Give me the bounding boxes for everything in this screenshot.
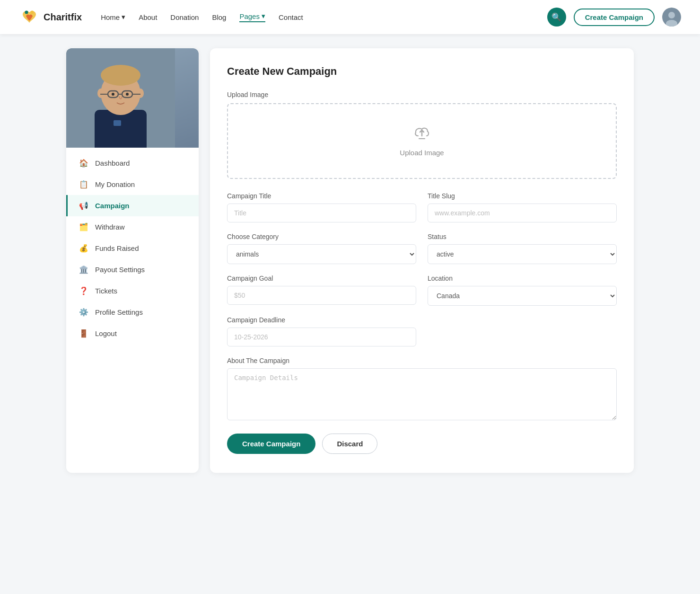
brand-logo-link[interactable]: Charitfix bbox=[19, 7, 82, 27]
campaign-icon: 📢 bbox=[79, 201, 88, 210]
campaign-goal-group: Campaign Goal bbox=[227, 275, 416, 306]
category-group: Choose Category animals health education… bbox=[227, 233, 416, 264]
deadline-label: Campaign Deadline bbox=[227, 316, 416, 324]
location-group: Location Canada USA UK Australia bbox=[428, 275, 617, 306]
funds-raised-icon: 💰 bbox=[79, 244, 88, 253]
upload-label: Upload Image bbox=[227, 91, 617, 98]
title-slug-label: Title Slug bbox=[428, 192, 617, 200]
navbar: Charitfix Home ▾ About Donation Blog Pag… bbox=[0, 0, 700, 34]
main-content: Create New Campaign Upload Image Upload … bbox=[210, 48, 634, 473]
status-label: Status bbox=[428, 233, 617, 240]
navbar-right: 🔍 Create Campaign bbox=[547, 8, 681, 27]
svg-rect-20 bbox=[114, 120, 121, 126]
campaign-goal-label: Campaign Goal bbox=[227, 275, 416, 282]
dashboard-icon: 🏠 bbox=[79, 159, 88, 168]
sidebar-label-funds-raised: Funds Raised bbox=[95, 244, 139, 252]
tickets-icon: ❓ bbox=[79, 286, 88, 295]
discard-button[interactable]: Discard bbox=[322, 434, 377, 454]
title-slug-input[interactable] bbox=[428, 204, 617, 222]
upload-area[interactable]: Upload Image bbox=[227, 103, 617, 179]
chevron-down-icon: ▾ bbox=[262, 12, 265, 20]
chevron-down-icon: ▾ bbox=[122, 13, 125, 21]
sidebar-profile-photo: DONAR bbox=[66, 48, 199, 148]
sidebar-nav: 🏠 Dashboard 📋 My Donation 📢 Campaign 🗂️ … bbox=[66, 148, 199, 349]
deadline-row: Campaign Deadline bbox=[227, 316, 617, 346]
sidebar-item-tickets[interactable]: ❓ Tickets bbox=[66, 280, 199, 301]
category-select[interactable]: animals health education environment chi… bbox=[227, 244, 416, 264]
sidebar-item-my-donation[interactable]: 📋 My Donation bbox=[66, 174, 199, 195]
sidebar-label-logout: Logout bbox=[95, 329, 117, 337]
sidebar-label-payout-settings: Payout Settings bbox=[95, 266, 145, 274]
sidebar-label-withdraw: Withdraw bbox=[95, 223, 125, 231]
nav-pages[interactable]: Pages ▾ bbox=[239, 12, 265, 22]
about-campaign-label: About The Campaign bbox=[227, 357, 617, 364]
my-donation-icon: 📋 bbox=[79, 180, 88, 189]
title-row: Campaign Title Title Slug bbox=[227, 192, 617, 222]
withdraw-icon: 🗂️ bbox=[79, 222, 88, 231]
goal-location-row: Campaign Goal Location Canada USA UK Aus… bbox=[227, 275, 617, 306]
nav-blog[interactable]: Blog bbox=[212, 13, 226, 21]
svg-point-12 bbox=[137, 89, 144, 98]
svg-point-18 bbox=[112, 93, 114, 96]
sidebar: DONAR bbox=[66, 48, 199, 473]
nav-donation[interactable]: Donation bbox=[170, 13, 199, 21]
campaign-deadline-input[interactable] bbox=[227, 328, 416, 346]
status-group: Status active inactive pending bbox=[428, 233, 617, 264]
about-campaign-group: About The Campaign bbox=[227, 357, 617, 420]
create-campaign-button[interactable]: Create Campaign bbox=[227, 434, 315, 454]
brand-logo-icon bbox=[19, 7, 40, 27]
nav-home[interactable]: Home ▾ bbox=[101, 13, 125, 21]
location-select[interactable]: Canada USA UK Australia bbox=[428, 286, 617, 306]
about-campaign-textarea[interactable] bbox=[227, 368, 617, 420]
sidebar-item-campaign[interactable]: 📢 Campaign bbox=[66, 195, 199, 216]
sidebar-label-profile-settings: Profile Settings bbox=[95, 308, 143, 316]
deadline-group: Campaign Deadline bbox=[227, 316, 416, 346]
campaign-title-label: Campaign Title bbox=[227, 192, 416, 200]
sidebar-item-logout[interactable]: 🚪 Logout bbox=[66, 323, 199, 344]
title-slug-group: Title Slug bbox=[428, 192, 617, 222]
status-select[interactable]: active inactive pending bbox=[428, 244, 617, 264]
svg-point-19 bbox=[126, 93, 129, 96]
sidebar-label-dashboard: Dashboard bbox=[95, 159, 130, 167]
brand-name: Charitfix bbox=[44, 12, 82, 23]
logout-icon: 🚪 bbox=[79, 329, 88, 338]
upload-section: Upload Image Upload Image bbox=[227, 91, 617, 179]
svg-point-10 bbox=[101, 65, 140, 86]
nav-links: Home ▾ About Donation Blog Pages ▾ Conta… bbox=[101, 12, 547, 22]
sidebar-item-dashboard[interactable]: 🏠 Dashboard bbox=[66, 152, 199, 174]
location-label: Location bbox=[428, 275, 617, 282]
upload-cloud-icon bbox=[413, 125, 430, 144]
svg-point-11 bbox=[97, 89, 104, 98]
upload-text: Upload Image bbox=[400, 149, 444, 157]
navbar-create-campaign-button[interactable]: Create Campaign bbox=[574, 9, 655, 26]
sidebar-item-withdraw[interactable]: 🗂️ Withdraw bbox=[66, 216, 199, 238]
page-wrapper: DONAR bbox=[57, 48, 643, 473]
svg-rect-7 bbox=[95, 110, 147, 148]
svg-point-4 bbox=[668, 12, 675, 18]
search-button[interactable]: 🔍 bbox=[547, 8, 566, 27]
profile-illustration bbox=[66, 48, 175, 148]
payout-settings-icon: 🏛️ bbox=[79, 265, 88, 274]
svg-point-2 bbox=[31, 11, 34, 14]
form-title: Create New Campaign bbox=[227, 65, 617, 78]
profile-settings-icon: ⚙️ bbox=[79, 308, 88, 317]
sidebar-label-tickets: Tickets bbox=[95, 287, 117, 295]
nav-contact[interactable]: Contact bbox=[279, 13, 303, 21]
form-actions: Create Campaign Discard bbox=[227, 434, 617, 454]
nav-about[interactable]: About bbox=[139, 13, 157, 21]
category-label: Choose Category bbox=[227, 233, 416, 240]
sidebar-label-campaign: Campaign bbox=[95, 202, 130, 210]
svg-point-1 bbox=[25, 11, 28, 14]
avatar[interactable] bbox=[662, 8, 681, 27]
search-icon: 🔍 bbox=[551, 12, 561, 22]
avatar-image bbox=[662, 8, 681, 27]
campaign-goal-input[interactable] bbox=[227, 286, 416, 305]
campaign-title-input[interactable] bbox=[227, 204, 416, 222]
sidebar-item-payout-settings[interactable]: 🏛️ Payout Settings bbox=[66, 259, 199, 280]
campaign-title-group: Campaign Title bbox=[227, 192, 416, 222]
sidebar-label-my-donation: My Donation bbox=[95, 180, 135, 188]
sidebar-item-profile-settings[interactable]: ⚙️ Profile Settings bbox=[66, 301, 199, 323]
sidebar-item-funds-raised[interactable]: 💰 Funds Raised bbox=[66, 238, 199, 259]
category-status-row: Choose Category animals health education… bbox=[227, 233, 617, 264]
